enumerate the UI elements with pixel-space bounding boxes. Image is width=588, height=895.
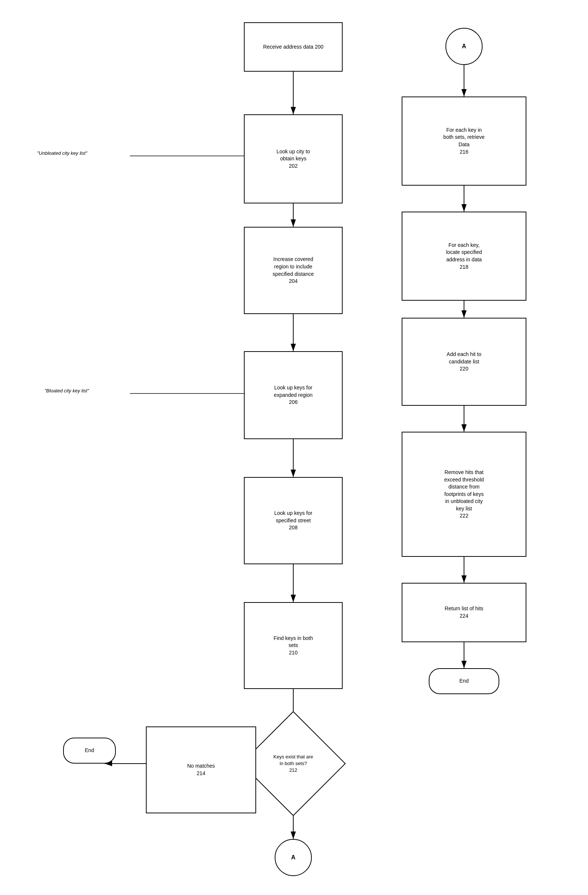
- no-matches-label: No matches214: [187, 763, 215, 777]
- lookup-city-label: Look up city toobtain keys202: [277, 148, 310, 170]
- connector-a-bottom: A: [275, 839, 312, 876]
- find-keys-box: Find keys in bothsets210: [244, 602, 342, 689]
- return-list-label: Return list of hits224: [445, 605, 483, 620]
- find-keys-label: Find keys in bothsets210: [274, 635, 313, 657]
- connector-a-top: A: [446, 28, 483, 65]
- lookup-expanded-label: Look up keys forexpanded region206: [274, 384, 312, 406]
- lookup-expanded-box: Look up keys forexpanded region206: [244, 351, 342, 439]
- flowchart: Receive address data 200 Look up city to…: [0, 0, 588, 895]
- connector-a-bottom-label: A: [291, 854, 296, 861]
- for-each-key-retrieve-box: For each key inboth sets, retrieveData21…: [402, 97, 526, 186]
- keys-exist-diamond-wrapper: Keys exist that arein both sets?212: [256, 727, 330, 801]
- add-each-hit-box: Add each hit tocandidate list220: [402, 318, 526, 406]
- receive-address-label: Receive address data 200: [263, 43, 324, 51]
- keys-exist-text: Keys exist that arein both sets?212: [264, 754, 323, 774]
- increase-region-box: Increase coveredregion to includespecifi…: [244, 227, 342, 314]
- add-each-hit-label: Add each hit tocandidate list220: [447, 351, 481, 373]
- lookup-street-box: Look up keys forspecified street208: [244, 477, 342, 564]
- lookup-city-box: Look up city toobtain keys202: [244, 114, 342, 203]
- connector-a-top-label: A: [462, 43, 466, 50]
- no-matches-box: No matches214: [146, 727, 256, 813]
- return-list-box: Return list of hits224: [402, 583, 526, 642]
- end-right-box: End: [429, 668, 499, 694]
- lookup-street-label: Look up keys forspecified street208: [274, 510, 312, 532]
- bloated-label: "Bloated city key list": [44, 388, 89, 393]
- for-each-key-retrieve-label: For each key inboth sets, retrieveData21…: [443, 127, 485, 156]
- for-each-key-locate-label: For each key,locate specifiedaddress in …: [446, 242, 482, 271]
- remove-hits-label: Remove hits thatexceed thresholddistance…: [444, 469, 484, 520]
- for-each-key-locate-box: For each key,locate specifiedaddress in …: [402, 212, 526, 301]
- end-left-box: End: [63, 737, 116, 764]
- increase-region-label: Increase coveredregion to includespecifi…: [273, 256, 314, 285]
- end-left-label: End: [85, 747, 94, 754]
- receive-address-box: Receive address data 200: [244, 22, 342, 72]
- remove-hits-box: Remove hits thatexceed thresholddistance…: [402, 432, 526, 557]
- end-right-label: End: [459, 678, 469, 685]
- unbloated-label: "Unbloated city key list": [37, 150, 87, 156]
